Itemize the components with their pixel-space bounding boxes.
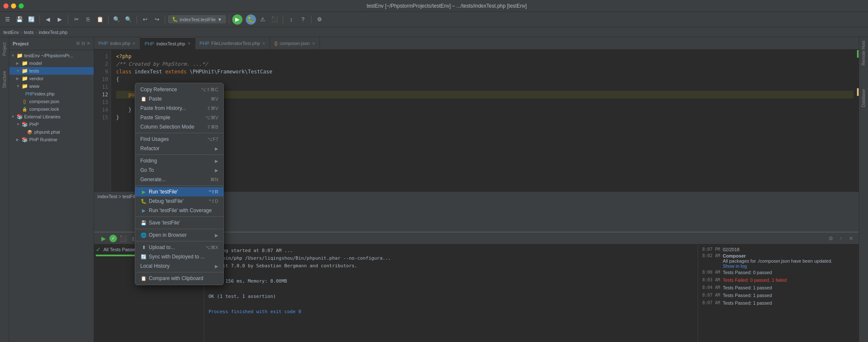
cm-item-debug-testfile[interactable]: 🐛 Debug 'testFile' ^⇧D xyxy=(135,196,223,206)
minimize-button[interactable] xyxy=(11,3,16,8)
code-line-10: { xyxy=(116,76,854,83)
tree-item-tests[interactable]: ▼ 📁 tests xyxy=(9,67,94,75)
side-tab-database[interactable]: Database xyxy=(860,86,867,111)
toolbar-copy-btn[interactable]: ⎘ xyxy=(83,14,93,25)
cm-item-run-testfile[interactable]: ▶ Run 'testFile' ^⇧R xyxy=(135,187,223,196)
browser-icon: 🌐 xyxy=(140,232,147,238)
compare-icon: 📋 xyxy=(140,275,147,281)
cm-item-sync-deployed[interactable]: 🔄 Sync with Deployed to ... xyxy=(135,252,223,261)
toolbar-sync-btn[interactable]: 🔄 xyxy=(26,14,36,25)
maximize-button[interactable] xyxy=(19,3,24,8)
log-time-pass2: 8:07 AM xyxy=(702,293,720,298)
tree-item-vendor[interactable]: ▶ 📁 vendor xyxy=(9,75,94,82)
side-tab-remote-host[interactable]: Remote Host xyxy=(860,37,867,69)
run-rerun-btn[interactable]: ✓ xyxy=(109,235,117,242)
log-date: 02/2018 xyxy=(723,247,740,252)
ln-11: 11 xyxy=(97,83,108,91)
toolbar-settings-btn[interactable]: ⚙ xyxy=(314,14,325,25)
breadcrumb-testenv[interactable]: testEnv xyxy=(3,30,19,35)
tree-label-extlibs: External Libraries xyxy=(24,114,61,119)
toolbar-undo-btn[interactable]: ↩ xyxy=(140,14,150,25)
sidebar-close-icon[interactable]: ✕ xyxy=(86,41,90,46)
cm-item-upload[interactable]: ⬆ Upload to... ⌥⌘X xyxy=(135,243,223,252)
cm-item-folding[interactable]: Folding ▶ xyxy=(135,156,223,165)
toolbar-menu-btn[interactable]: ☰ xyxy=(3,14,13,25)
tree-item-root[interactable]: ▼ 📁 testEnv ~/PhpstormPr... xyxy=(9,52,94,59)
close-button[interactable] xyxy=(3,3,8,8)
tree-item-www[interactable]: ▼ 📁 www xyxy=(9,82,94,90)
run-play-btn[interactable]: ▶ xyxy=(99,234,108,243)
toolbar-help-btn[interactable]: ? xyxy=(298,14,308,25)
tree-item-extlibs[interactable]: ▼ 📚 External Libraries xyxy=(9,113,94,121)
toolbar-save-btn[interactable]: 💾 xyxy=(14,14,25,25)
cm-item-refactor[interactable]: Refactor ▶ xyxy=(135,144,223,153)
ln-9: 9 xyxy=(97,68,108,76)
toolbar-redo-btn[interactable]: ↪ xyxy=(152,14,162,25)
line-numbers: 1 2 9 10 11 12 13 14 15 xyxy=(94,50,111,191)
cm-item-generate[interactable]: Generate... ⌘N xyxy=(135,175,223,184)
tree-item-composerlock[interactable]: 🔒 composer.lock xyxy=(9,105,94,113)
tab-filelineiterator[interactable]: PHP FileLineIteratorTest.php ✕ xyxy=(195,37,270,49)
toolbar-stop-btn[interactable]: ⬛ xyxy=(270,14,280,25)
tab-close-composerjson[interactable]: ✕ xyxy=(312,41,315,46)
tab-composerjson[interactable]: {} composer.json ✕ xyxy=(270,37,320,49)
cm-item-paste[interactable]: 📋 Paste ⌘V xyxy=(135,94,223,104)
cm-item-run-coverage[interactable]: ▶ Run 'testFile' with Coverage xyxy=(135,206,223,215)
cm-item-compare-clipboard[interactable]: 📋 Compare with Clipboard xyxy=(135,274,223,283)
toolbar-paste-btn[interactable]: 📋 xyxy=(95,14,105,25)
cm-label-open-browser: Open in Browser xyxy=(149,232,186,238)
run-button[interactable]: ▶ xyxy=(232,14,242,25)
cm-item-copy-reference[interactable]: Copy Reference ⌥⇧⌘C xyxy=(135,85,223,94)
title-bar: testEnv [~/PhpstormProjects/testEnv] – .… xyxy=(0,0,868,12)
tree-item-phpunit[interactable]: 📦 phpunit.phar xyxy=(9,128,94,136)
cm-item-local-history[interactable]: Local History ▶ xyxy=(135,261,223,271)
tree-item-model[interactable]: ▶ 📁 model xyxy=(9,59,94,67)
bottom-expand-btn[interactable]: ↑ xyxy=(837,234,845,243)
tab-close-indextestphp[interactable]: ✕ xyxy=(187,41,191,46)
toolbar-find-btn[interactable]: 🔍 xyxy=(111,14,122,25)
folder-icon-tests: 📁 xyxy=(21,68,28,74)
coverage-icon: ▶ xyxy=(140,207,147,213)
log-show-in-log-link[interactable]: Show in log xyxy=(723,264,747,269)
cm-item-goto[interactable]: Go To ▶ xyxy=(135,165,223,175)
json-icon-composer: {} xyxy=(21,98,28,104)
sidebar-settings-icon[interactable]: ⚙ xyxy=(76,41,80,46)
cm-item-find-usages[interactable]: Find Usages ⌥F7 xyxy=(135,135,223,144)
cm-item-paste-history[interactable]: Paste from History... ⇧⌘V xyxy=(135,104,223,113)
tree-item-composerjson[interactable]: {} composer.json xyxy=(9,98,94,105)
toolbar-back-btn[interactable]: ◀ xyxy=(43,14,53,25)
toolbar-replace-btn[interactable]: 🔍 xyxy=(123,14,134,25)
cm-item-save-testfile[interactable]: 💾 Save 'testFile' xyxy=(135,218,223,227)
bottom-settings-btn[interactable]: ⚙ xyxy=(826,234,835,243)
tab-indexphp[interactable]: PHP index.php ✕ xyxy=(94,37,140,49)
side-tab-structure[interactable]: Structure xyxy=(1,67,8,92)
main-layout: Project Structure Project ⚙ ⊟ ✕ ▼ 📁 test… xyxy=(0,37,868,342)
run-configuration[interactable]: 🐛 indexTest.testFile ▼ xyxy=(168,15,226,23)
tab-icon-composerjson: {} xyxy=(274,41,277,46)
log-entry-pass3: 8:07 AM Tests Passed: 1 passed xyxy=(702,300,854,306)
phar-icon-phpunit: 📦 xyxy=(26,129,33,135)
toolbar-cut-btn[interactable]: ✂ xyxy=(71,14,81,25)
sidebar-collapse-icon[interactable]: ⊟ xyxy=(81,41,85,46)
cm-item-paste-simple[interactable]: Paste Simple ⌥⌘V xyxy=(135,113,223,122)
cm-item-column-mode[interactable]: Column Selection Mode ⇧⌘B xyxy=(135,122,223,132)
side-tab-project[interactable]: Project xyxy=(1,39,8,59)
tree-item-php[interactable]: ▼ 📚 PHP xyxy=(9,121,94,128)
cm-item-open-browser[interactable]: 🌐 Open in Browser ▶ xyxy=(135,230,223,240)
cm-label-sync-deployed: Sync with Deployed to ... xyxy=(149,254,205,260)
tree-item-phpruntime[interactable]: ▶ 📚 PHP Runtime xyxy=(9,136,94,143)
breadcrumb-file[interactable]: indexTest.php xyxy=(39,30,67,35)
bottom-close-btn[interactable]: ✕ xyxy=(847,234,855,243)
run-stop-btn[interactable]: ⬛ xyxy=(119,234,127,243)
cm-label-save-testfile: Save 'testFile' xyxy=(149,220,180,226)
tab-close-filelineiterator[interactable]: ✕ xyxy=(262,41,265,46)
debug-button[interactable]: 🐛 xyxy=(246,14,256,25)
toolbar-vcs-btn[interactable]: ↕ xyxy=(286,14,296,25)
tab-close-indexphp[interactable]: ✕ xyxy=(132,41,136,46)
tab-indextestphp[interactable]: PHP indexTest.php ✕ xyxy=(140,37,195,49)
toolbar-coverage-btn[interactable]: ⚠ xyxy=(258,14,268,25)
toolbar-forward-btn[interactable]: ▶ xyxy=(55,14,65,25)
run-config-icon: 🐛 xyxy=(172,17,178,22)
breadcrumb-tests[interactable]: tests xyxy=(24,30,33,35)
tree-item-indexphp[interactable]: PHP index.php xyxy=(9,90,94,98)
